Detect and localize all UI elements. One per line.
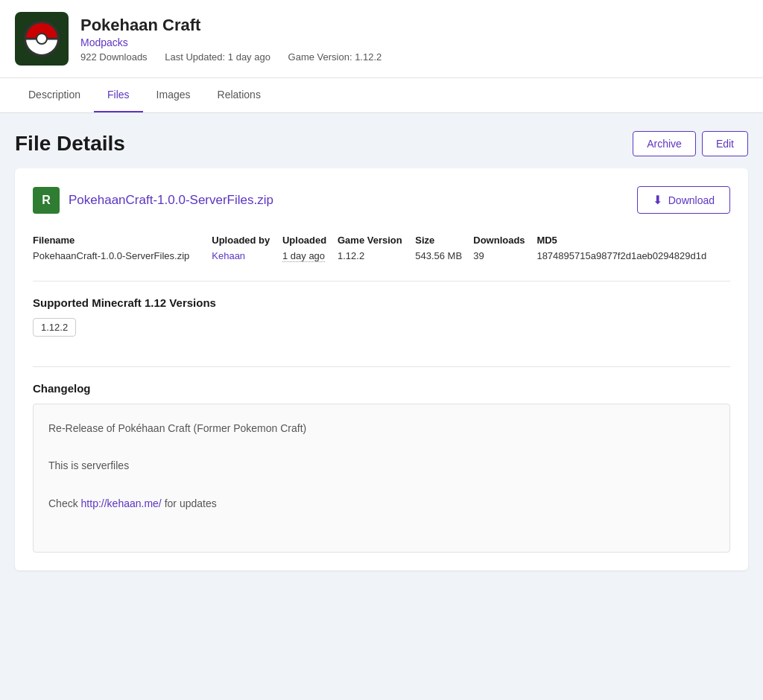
file-card: R PokehaanCraft-1.0.0-ServerFiles.zip ⬇ … <box>15 168 748 570</box>
cell-game-version: 1.12.2 <box>338 249 415 263</box>
changelog-section: Changelog Re-Release of Pokéhaan Craft (… <box>33 382 730 553</box>
upload-time: 1 day ago <box>282 250 325 262</box>
cell-uploaded-ago: 1 day ago <box>282 249 338 263</box>
file-name-link[interactable]: PokehaanCraft-1.0.0-ServerFiles.zip <box>69 193 273 208</box>
page-title: File Details <box>15 132 125 156</box>
cell-filename: PokehaanCraft-1.0.0-ServerFiles.zip <box>33 249 212 263</box>
main-content: File Details Archive Edit R PokehaanCraf… <box>0 113 763 588</box>
download-label: Download <box>668 194 715 206</box>
col-downloads: Downloads <box>473 232 536 249</box>
tab-images[interactable]: Images <box>143 78 204 112</box>
header-info: Pokehaan Craft Modpacks 922 Downloads La… <box>80 16 748 63</box>
nav-tabs: Description Files Images Relations <box>0 78 763 113</box>
file-name-row: R PokehaanCraft-1.0.0-ServerFiles.zip ⬇ … <box>33 186 730 214</box>
tab-description[interactable]: Description <box>15 78 94 112</box>
version-badge: 1.12.2 <box>33 318 76 337</box>
col-game-version: Game Version <box>338 232 415 249</box>
file-info-row: PokehaanCraft-1.0.0-ServerFiles.zip Keha… <box>33 249 730 263</box>
download-icon: ⬇ <box>653 193 662 207</box>
col-filename: Filename <box>33 232 212 249</box>
file-details-header: File Details Archive Edit <box>15 131 748 156</box>
supported-versions-section: Supported Minecraft 1.12 Versions 1.12.2 <box>33 296 730 351</box>
cell-downloads: 39 <box>473 249 536 263</box>
supported-versions-title: Supported Minecraft 1.12 Versions <box>33 296 730 309</box>
col-md5: MD5 <box>536 232 730 249</box>
uploader-link[interactable]: Kehaan <box>212 250 245 261</box>
action-buttons: Archive Edit <box>633 131 748 156</box>
mod-meta: 922 Downloads Last Updated: 1 day ago Ga… <box>80 51 748 63</box>
changelog-text: Re-Release of Pokéhaan Craft (Former Pok… <box>48 419 715 513</box>
cell-uploaded-by: Kehaan <box>212 249 282 263</box>
file-info-table: Filename Uploaded by Uploaded Game Versi… <box>33 232 730 263</box>
col-uploaded: Uploaded <box>282 232 338 249</box>
game-version-header: Game Version: 1.12.2 <box>288 51 382 63</box>
last-updated: Last Updated: 1 day ago <box>165 51 270 63</box>
divider-1 <box>33 281 730 281</box>
mod-logo <box>15 12 69 66</box>
download-button[interactable]: ⬇ Download <box>637 186 730 214</box>
file-name-left: R PokehaanCraft-1.0.0-ServerFiles.zip <box>33 187 273 214</box>
cell-size: 543.56 MB <box>415 249 473 263</box>
mod-category[interactable]: Modpacks <box>80 36 748 48</box>
cell-md5: 1874895715a9877f2d1aeb0294829d1d <box>536 249 730 263</box>
changelog-box: Re-Release of Pokéhaan Craft (Former Pok… <box>33 404 730 553</box>
col-size: Size <box>415 232 473 249</box>
tab-relations[interactable]: Relations <box>204 78 274 112</box>
page-header: Pokehaan Craft Modpacks 922 Downloads La… <box>0 0 763 78</box>
divider-2 <box>33 366 730 367</box>
edit-button[interactable]: Edit <box>702 131 748 156</box>
mod-title: Pokehaan Craft <box>80 16 748 35</box>
archive-button[interactable]: Archive <box>633 131 696 156</box>
pokeball-icon <box>24 21 60 57</box>
col-uploaded-by: Uploaded by <box>212 232 282 249</box>
changelog-title: Changelog <box>33 382 730 395</box>
changelog-link[interactable]: http://kehaan.me/ <box>81 497 162 509</box>
tab-files[interactable]: Files <box>94 78 143 112</box>
file-type-icon: R <box>33 187 60 214</box>
downloads-count: 922 Downloads <box>80 51 148 63</box>
